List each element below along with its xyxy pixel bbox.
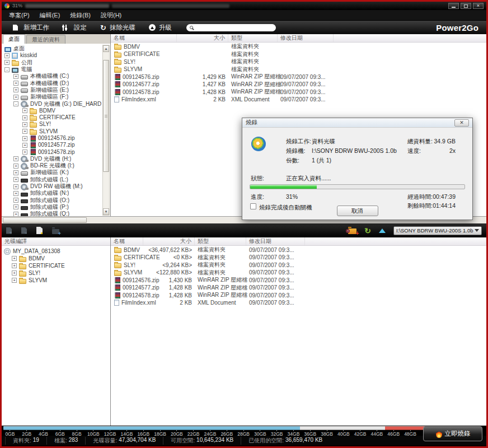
refresh-button[interactable]: ↻ <box>364 227 371 234</box>
scrollbar-thumb[interactable] <box>103 60 109 172</box>
expander-icon[interactable]: + <box>4 60 10 65</box>
column-date[interactable]: 修改日期 <box>278 34 334 42</box>
upgrade-button[interactable]: 升級 <box>142 24 179 32</box>
tree-item[interactable]: + 009124576.zip <box>2 135 110 142</box>
file-row[interactable]: FilmIndex.xml 2 KB XML Document 09/07/20… <box>111 96 486 104</box>
tree-item[interactable]: + 卸除式磁碟 (N:) <box>2 190 110 197</box>
expander-icon[interactable]: + <box>12 256 17 261</box>
expander-icon[interactable]: + <box>13 81 18 86</box>
file-row[interactable]: BDMV <36,497,622 KB> 檔案資料夾 09/07/2007 09… <box>111 246 486 254</box>
expander-icon[interactable]: + <box>13 204 18 209</box>
tree-item[interactable]: - DVD 光碟機 (G:) DIE_HARD <box>2 100 110 107</box>
tree-item[interactable]: + SLY! <box>2 121 110 128</box>
tree-scrollbar[interactable]: ▲ ▼ <box>102 45 110 216</box>
scrollbar-thumb[interactable] <box>3 217 87 223</box>
file-row[interactable]: 009124576.zip 1,429 KB WinRAR ZIP 壓縮檔 09… <box>111 73 486 81</box>
tree-item[interactable]: + SLYVM <box>2 128 110 135</box>
add-folder-button[interactable] <box>52 227 59 234</box>
tree-item[interactable]: + SLY! <box>2 269 110 277</box>
expander-icon[interactable]: + <box>13 95 18 100</box>
close-button[interactable]: × <box>473 3 484 9</box>
tree-item[interactable]: + CERTIFICATE <box>2 114 110 121</box>
tree-item[interactable]: + 卸除式磁碟 (O:) <box>2 197 110 204</box>
search-input[interactable] <box>193 25 273 31</box>
tree-item[interactable]: + 本機磁碟機 (C:) <box>2 73 110 80</box>
expander-icon[interactable]: + <box>13 74 18 79</box>
expander-icon[interactable]: + <box>13 212 18 216</box>
burner-select[interactable]: I:\SONY BDRW BWU-200S 1.0b <box>393 226 482 235</box>
tree-item[interactable]: 桌面 <box>2 45 110 52</box>
tree-item[interactable]: + kisskid <box>2 52 110 59</box>
tree-item[interactable]: + 本機磁碟機 (D:) <box>2 80 110 86</box>
expander-icon[interactable]: - <box>13 101 18 106</box>
file-row[interactable]: FilmIndex.xml 2 KB XML Document 09/07/20… <box>111 299 486 307</box>
tree-item[interactable]: + 009124577.zip <box>2 142 110 148</box>
file-row[interactable]: 009124577.zip 1,427 KB WinRAR ZIP 壓縮檔 09… <box>111 81 486 88</box>
tree-item[interactable]: + 新增磁碟區 (K:) <box>2 169 110 176</box>
eject-button[interactable] <box>379 228 386 233</box>
auto-shutdown-checkbox[interactable] <box>250 203 256 209</box>
burn-folder-button[interactable] <box>348 227 356 234</box>
expander-icon[interactable]: + <box>22 143 27 148</box>
maximize-button[interactable] <box>461 3 471 9</box>
remove-file-button[interactable] <box>21 227 27 234</box>
expander-icon[interactable]: - <box>4 67 10 72</box>
tab-recent-files[interactable]: 最近的資料 <box>26 35 65 44</box>
column-date[interactable]: 修改日期 <box>246 237 305 245</box>
menu-item[interactable]: 燒錄(B) <box>65 11 96 20</box>
expander-icon[interactable]: + <box>13 164 18 169</box>
file-row[interactable]: SLY! 檔案資料夾 <box>111 58 486 66</box>
tree-item[interactable]: + SLYVM <box>2 277 110 284</box>
erase-disc-button[interactable]: ↻ 抹除光碟 <box>93 24 142 32</box>
expander-icon[interactable]: + <box>12 270 17 276</box>
minimize-button[interactable] <box>448 3 459 9</box>
menu-item[interactable]: 編輯(E) <box>35 11 65 20</box>
column-size[interactable]: 大小 <box>177 34 228 42</box>
cancel-button[interactable]: 取消 <box>337 206 378 216</box>
column-type[interactable]: 類型 <box>228 34 278 42</box>
expander-icon[interactable]: + <box>22 136 27 141</box>
file-row[interactable]: SLY! <9,264 KB> 檔案資料夾 09/07/2007 09:3... <box>111 261 486 269</box>
tree-item[interactable]: + CERTIFICATE <box>2 262 110 269</box>
tree-item[interactable]: + BDMV <box>2 108 110 114</box>
expander-icon[interactable]: + <box>13 198 18 203</box>
column-type[interactable]: 類型 <box>195 237 246 245</box>
file-row[interactable]: 009124577.zip 1,428 KB WinRAR ZIP 壓縮檔 09… <box>111 284 486 292</box>
expander-icon[interactable]: + <box>4 53 10 58</box>
expander-icon[interactable]: + <box>13 156 18 161</box>
column-size[interactable]: 大小 <box>143 237 195 245</box>
new-task-button[interactable]: 新增工作 <box>6 24 56 32</box>
file-row[interactable]: BDMV 檔案資料夾 <box>111 43 486 50</box>
expander-icon[interactable]: + <box>13 177 18 182</box>
expander-icon[interactable]: + <box>22 129 27 134</box>
menu-item[interactable]: 說明(H) <box>96 11 126 20</box>
tree-item[interactable]: + DVD 光碟機 (H:) <box>2 156 110 162</box>
expander-icon[interactable]: + <box>22 150 27 155</box>
burn-now-button[interactable]: 立即燒錄 <box>423 426 482 441</box>
expander-icon[interactable]: + <box>22 122 27 127</box>
dialog-close-button[interactable]: ✕ <box>454 119 469 127</box>
menu-item[interactable]: 專案(P) <box>4 11 35 20</box>
expander-icon[interactable]: + <box>22 115 27 120</box>
file-row[interactable]: CERTIFICATE 檔案資料夾 <box>111 50 486 58</box>
tree-item[interactable]: + 新增磁碟區 (F:) <box>2 94 110 100</box>
file-row[interactable]: SLYVM 檔案資料夾 <box>111 66 486 73</box>
expander-icon[interactable]: + <box>13 184 18 189</box>
expander-icon[interactable]: + <box>12 278 17 283</box>
tree-item[interactable]: + 009124578.zip <box>2 148 110 155</box>
tree-item[interactable]: - 電腦 <box>2 66 110 73</box>
tree-item[interactable]: + 卸除式磁碟 (P:) <box>2 204 110 211</box>
tree-item[interactable]: + 卸除式磁碟 (L:) <box>2 176 110 183</box>
add-file-button[interactable] <box>6 227 12 234</box>
file-row[interactable]: 009124576.zip 1,430 KB WinRAR ZIP 壓縮檔 09… <box>111 276 486 284</box>
file-row[interactable]: SLYVM <122,880 KB> 檔案資料夾 09/07/2007 09:3… <box>111 269 486 277</box>
tree-item[interactable]: + 新增磁碟區 (E:) <box>2 87 110 94</box>
expander-icon[interactable]: + <box>13 87 18 92</box>
tree-item[interactable]: + 卸除式磁碟 (Q:) <box>2 211 110 216</box>
tree-item[interactable]: + BD-RE 光碟機 (I:) <box>2 162 110 169</box>
expander-icon[interactable]: + <box>22 108 27 113</box>
tab-desktop[interactable]: 桌面 <box>3 34 25 44</box>
edit-file-button[interactable] <box>36 227 43 234</box>
tree-item[interactable]: + DVD RW 磁碟機 (M:) <box>2 183 110 190</box>
column-name[interactable]: 名稱 <box>111 237 143 245</box>
